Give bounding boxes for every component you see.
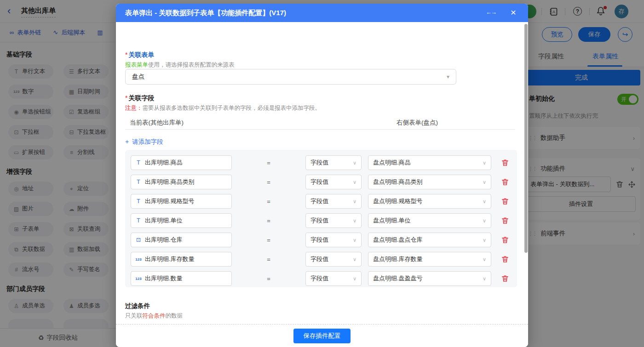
text-field-icon: T	[135, 198, 142, 205]
field-mapping-row: T 出库明细.规格型号 = 字段值 ∨ 盘点明细.规格型号 ∨	[131, 194, 517, 209]
left-field-input[interactable]: T 出库明细.商品	[131, 155, 232, 170]
save-plugin-config-button[interactable]: 保存插件配置	[293, 329, 351, 343]
modal-footer: 保存插件配置	[116, 324, 528, 347]
number-field-icon: 123	[135, 257, 142, 262]
equals-operator: =	[232, 275, 305, 282]
left-field-input[interactable]: 123 出库明细.数量	[131, 271, 232, 286]
field-mapping-row: 123 出库明细.数量 = 字段值 ∨ 盘点明细.盘盈盘亏 ∨	[131, 271, 517, 286]
related-form-select[interactable]: 盘点 ▾	[125, 69, 456, 85]
text-field-icon: T	[135, 217, 142, 224]
chevron-down-icon: ∨	[483, 199, 486, 205]
right-field-select[interactable]: 盘点明细.盘点仓库 ∨	[368, 233, 491, 247]
field-mapping-row: T 出库明细.商品类别 = 字段值 ∨ 盘点明细.商品类别 ∨	[131, 175, 517, 189]
value-type-select[interactable]: 字段值 ∨	[305, 233, 362, 247]
text-field-icon: T	[135, 159, 142, 166]
chevron-down-icon: ∨	[353, 237, 356, 243]
left-field-input[interactable]: T 出库明细.单位	[131, 213, 232, 228]
value-type-select[interactable]: 字段值 ∨	[305, 194, 362, 209]
value-type-select[interactable]: 字段值 ∨	[305, 155, 362, 170]
chevron-down-icon: ∨	[353, 179, 356, 185]
chevron-down-icon: ∨	[353, 218, 356, 224]
right-field-select[interactable]: 盘点明细.盘盈盘亏 ∨	[368, 271, 491, 286]
equals-operator: =	[232, 237, 305, 244]
related-form-hint: 报表菜单使用，请选择报表所配置的来源表	[125, 61, 235, 69]
delete-row-icon[interactable]	[501, 198, 509, 205]
right-field-select[interactable]: 盘点明细.商品类别 ∨	[368, 175, 491, 189]
expand-icon[interactable]: ←→	[486, 9, 496, 16]
value-type-select[interactable]: 字段值 ∨	[305, 175, 362, 189]
delete-row-icon[interactable]	[501, 217, 509, 224]
chevron-down-icon: ∨	[483, 160, 486, 166]
number-field-icon: 123	[135, 277, 142, 281]
chevron-down-icon: ∨	[353, 199, 356, 205]
chevron-down-icon: ∨	[483, 218, 486, 224]
select-field-icon: ⊡	[135, 237, 142, 243]
equals-operator: =	[232, 217, 305, 224]
chevron-down-icon: ∨	[483, 179, 486, 185]
field-mapping-row: T 出库明细.商品 = 字段值 ∨ 盘点明细.商品 ∨	[131, 155, 517, 170]
chevron-down-icon: ∨	[483, 276, 486, 282]
field-mapping-row: 123 出库明细.库存数量 = 字段值 ∨ 盘点明细.库存数量 ∨	[131, 252, 517, 267]
value-type-select[interactable]: 字段值 ∨	[305, 271, 362, 286]
right-field-select[interactable]: 盘点明细.规格型号 ∨	[368, 194, 491, 209]
chevron-down-icon: ∨	[483, 256, 486, 262]
right-field-select[interactable]: 盘点明细.单位 ∨	[368, 213, 491, 228]
delete-row-icon[interactable]	[501, 159, 509, 166]
modal-header: 表单弹出 - 关联数据到子表单【功能插件配置】(V17) ←→ ×	[116, 4, 528, 22]
delete-row-icon[interactable]	[501, 178, 509, 186]
filter-desc: 只关联符合条件的数据	[125, 312, 183, 320]
plus-icon: +	[125, 138, 129, 145]
related-fields-note: 注意：需要从报表多选数据中关联到子表单的字段，必须是报表中添加字段。	[125, 104, 321, 112]
chevron-down-icon: ∨	[353, 160, 356, 166]
delete-row-icon[interactable]	[501, 256, 509, 263]
plugin-config-modal: 表单弹出 - 关联数据到子表单【功能插件配置】(V17) ←→ × *关联表单 …	[116, 4, 528, 347]
field-mapping-row: ⊡ 出库明细.仓库 = 字段值 ∨ 盘点明细.盘点仓库 ∨	[131, 233, 517, 247]
chevron-down-icon: ∨	[353, 256, 356, 262]
chevron-down-icon: ∨	[353, 276, 356, 282]
right-field-select[interactable]: 盘点明细.库存数量 ∨	[368, 252, 491, 267]
add-field-link[interactable]: +请添加字段	[125, 138, 163, 146]
equals-operator: =	[232, 179, 305, 186]
delete-row-icon[interactable]	[501, 236, 509, 244]
chevron-down-icon: ∨	[483, 237, 486, 243]
left-table-header: 当前表(其他出库单)	[130, 119, 184, 127]
modal-scrollbar[interactable]	[524, 24, 528, 253]
right-field-select[interactable]: 盘点明细.商品 ∨	[368, 155, 491, 170]
equals-operator: =	[232, 159, 305, 166]
left-field-input[interactable]: ⊡ 出库明细.仓库	[131, 233, 232, 247]
modal-body: *关联表单 报表菜单使用，请选择报表所配置的来源表 盘点 ▾ *关联字段 注意：…	[116, 22, 528, 324]
text-field-icon: T	[135, 179, 142, 185]
related-form-label: *关联表单	[125, 51, 154, 59]
equals-operator: =	[232, 256, 305, 263]
left-field-input[interactable]: T 出库明细.规格型号	[131, 194, 232, 209]
select-triangle-icon: ▾	[447, 74, 449, 80]
left-field-input[interactable]: 123 出库明细.库存数量	[131, 252, 232, 267]
filter-label: 过滤条件	[125, 301, 150, 310]
left-field-input[interactable]: T 出库明细.商品类别	[131, 175, 232, 189]
delete-row-icon[interactable]	[501, 275, 509, 282]
right-table-header: 右侧表单(盘点)	[397, 119, 438, 127]
field-mapping-panel: T 出库明细.商品 = 字段值 ∨ 盘点明细.商品 ∨ T 出库明细.商品类别 …	[125, 150, 517, 287]
modal-title: 表单弹出 - 关联数据到子表单【功能插件配置】(V17)	[125, 9, 286, 17]
divider	[125, 129, 515, 130]
field-mapping-row: T 出库明细.单位 = 字段值 ∨ 盘点明细.单位 ∨	[131, 213, 517, 228]
equals-operator: =	[232, 198, 305, 205]
value-type-select[interactable]: 字段值 ∨	[305, 252, 362, 267]
related-fields-label: *关联字段	[125, 94, 154, 102]
value-type-select[interactable]: 字段值 ∨	[305, 213, 362, 228]
close-icon[interactable]: ×	[511, 7, 516, 18]
